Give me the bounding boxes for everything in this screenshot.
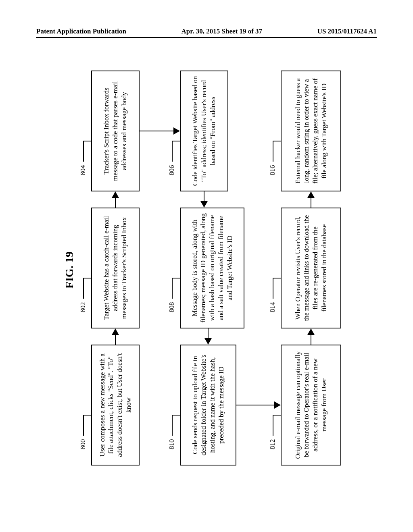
page-header: Patent Application Publication Apr. 30, … <box>0 27 413 35</box>
ref-810: 810 <box>168 439 176 450</box>
leader-806 <box>172 141 173 162</box>
arrow-810-812 <box>236 405 274 405</box>
arrow-800-802-head <box>112 328 119 335</box>
ref-804: 804 <box>79 165 87 176</box>
arrow-804-806-head <box>173 127 180 135</box>
box-816: External hacker would need to guess a lo… <box>281 71 341 191</box>
ref-812: 812 <box>269 439 277 450</box>
page: Patent Application Publication Apr. 30, … <box>0 0 413 532</box>
leader-804 <box>83 141 84 162</box>
box-816-text: External hacker would need to guess a lo… <box>294 75 329 187</box>
leader-800 <box>83 416 84 436</box>
ref-816: 816 <box>269 165 277 176</box>
leader-802 <box>83 278 84 299</box>
ref-806: 806 <box>168 165 176 176</box>
header-right: US 2015/0117624 A1 <box>317 27 377 35</box>
ref-808: 808 <box>168 302 176 313</box>
leader-800v <box>83 415 91 416</box>
arrow-802-804-head <box>112 191 119 198</box>
arrow-806-808 <box>204 191 204 201</box>
arrow-810-812-head <box>274 401 281 409</box>
leader-814v <box>273 278 281 278</box>
leader-810v <box>172 415 180 416</box>
ref-802: 802 <box>79 302 87 313</box>
leader-816 <box>273 141 273 162</box>
arrow-814-816 <box>311 198 311 208</box>
box-806-text: Code identifies Target Website based on … <box>191 75 217 187</box>
arrow-804-806 <box>140 131 173 131</box>
header-rule <box>36 37 377 38</box>
ref-814: 814 <box>269 302 277 313</box>
box-810-text: Code sends request to upload file in des… <box>191 349 226 461</box>
box-806: Code identifies Target Website based on … <box>180 71 228 191</box>
box-804: Tracker's Script Inbox forwards message … <box>91 71 140 191</box>
box-802-text: Target Website has a catch-call e-mail a… <box>102 212 128 324</box>
leader-816v <box>273 141 281 141</box>
box-810: Code sends request to upload file in des… <box>180 345 236 466</box>
box-808: Message body is stored, along with filen… <box>180 208 244 328</box>
header-center: Apr. 30, 2015 Sheet 19 of 37 <box>181 27 263 35</box>
figure-title: FIG. 19 <box>63 66 76 474</box>
box-814-text: When Operator revisits User's record, th… <box>294 212 329 324</box>
arrow-808-810 <box>208 328 209 338</box>
leader-804v <box>83 141 91 141</box>
box-812-text: Original e-mail message can optionally b… <box>294 349 329 461</box>
arrow-806-808-head <box>200 201 208 208</box>
box-802: Target Website has a catch-call e-mail a… <box>91 208 140 328</box>
arrow-812-814-head <box>307 328 315 335</box>
arrow-812-814 <box>311 335 311 345</box>
leader-812 <box>273 416 273 436</box>
arrow-814-816-head <box>307 191 315 198</box>
leader-808 <box>172 278 173 299</box>
box-812: Original e-mail message can optionally b… <box>281 345 341 466</box>
box-808-text: Message body is stored, along with filen… <box>190 212 234 324</box>
header-left: Patent Application Publication <box>36 27 126 35</box>
figure-19: FIG. 19 User composes a new message with… <box>63 66 353 474</box>
box-800: User composes a new message with a file … <box>91 345 140 466</box>
ref-800: 800 <box>79 439 87 450</box>
leader-808v <box>172 278 180 278</box>
leader-806v <box>172 141 180 141</box>
box-814: When Operator revisits User's record, th… <box>281 208 341 328</box>
arrow-802-804 <box>115 198 116 208</box>
leader-810 <box>172 416 173 436</box>
box-804-text: Tracker's Script Inbox forwards message … <box>102 75 128 187</box>
arrow-800-802 <box>115 335 116 345</box>
arrow-808-810-head <box>204 338 212 345</box>
leader-814 <box>273 278 273 299</box>
leader-802v <box>83 278 91 278</box>
box-800-text: User composes a new message with a file … <box>98 349 133 461</box>
leader-812v <box>273 415 281 416</box>
